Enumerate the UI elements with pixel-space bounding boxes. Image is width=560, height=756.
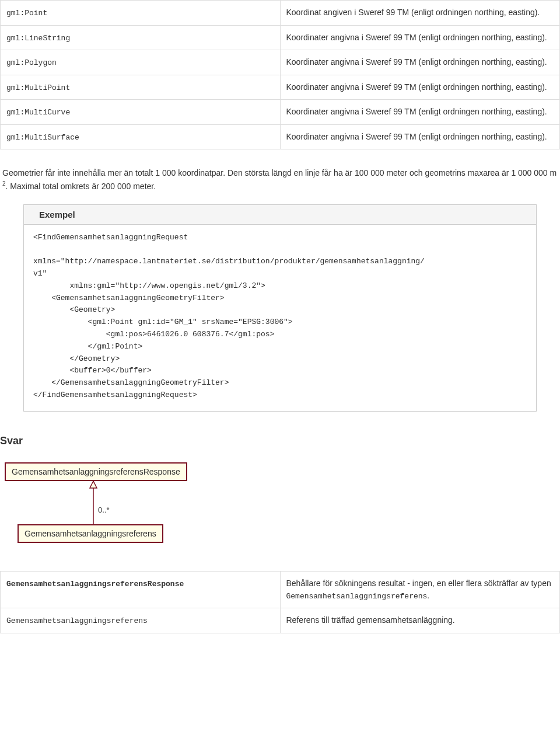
type-key: gml:MultiCurve xyxy=(6,108,70,117)
type-desc: Koordinater angivna i Sweref 99 TM (enli… xyxy=(286,107,547,116)
svar-heading: Svar xyxy=(0,435,560,447)
response-desc-prefix: Referens till träffad gemensamhetsanlägg… xyxy=(286,615,455,625)
table-row: gml:Polygon Koordinater angivna i Sweref… xyxy=(1,50,560,75)
uml-diagram: GemensamhetsanlaggningsreferensResponse … xyxy=(0,460,560,553)
response-key: Gemensamhetsanlaggningsreferens xyxy=(6,616,148,625)
example-header: Exempel xyxy=(24,205,536,225)
response-key: GemensamhetsanlaggningsreferensResponse xyxy=(6,580,184,588)
type-key: gml:LineString xyxy=(6,34,70,43)
svg-marker-1 xyxy=(90,481,97,488)
type-key: gml:Point xyxy=(6,9,47,18)
type-key: gml:MultiSurface xyxy=(6,133,79,142)
response-table: GemensamhetsanlaggningsreferensResponse … xyxy=(0,571,560,633)
para-text-2: . Maximal total omkrets är 200 000 meter… xyxy=(6,182,156,191)
uml-class-referens: Gemensamhetsanlaggningsreferens xyxy=(18,524,163,543)
type-desc: Koordinater angivna i Sweref 99 TM (enli… xyxy=(286,33,547,42)
table-row: gml:MultiCurve Koordinater angivna i Swe… xyxy=(1,100,560,125)
geometry-limits-paragraph: Geometrier får inte innehålla mer än tot… xyxy=(0,167,560,193)
table-row: GemensamhetsanlaggningsreferensResponse … xyxy=(1,571,560,608)
type-key: gml:MultiPoint xyxy=(6,83,70,92)
response-desc-code: Gemensamhetsanlaggningsreferens xyxy=(286,592,428,601)
example-title: Exempel xyxy=(31,210,529,220)
example-panel: Exempel <FindGemensamhetsanlaggningReque… xyxy=(23,204,537,412)
type-desc: Koordinater angivna i Sweref 99 TM (enli… xyxy=(286,82,547,92)
para-text-1: Geometrier får inte innehålla mer än tot… xyxy=(2,168,556,177)
table-row: gml:MultiSurface Koordinater angivna i S… xyxy=(1,124,560,149)
table-row: Gemensamhetsanlaggningsreferens Referens… xyxy=(1,608,560,633)
type-desc: Koordinater angivna i Sweref 99 TM (enli… xyxy=(286,132,547,141)
geometry-types-table: gml:Point Koordinat angiven i Sweref 99 … xyxy=(0,0,560,149)
type-key: gml:Polygon xyxy=(6,58,57,67)
type-desc: Koordinater angivna i Sweref 99 TM (enli… xyxy=(286,57,547,67)
table-row: gml:MultiPoint Koordinater angivna i Swe… xyxy=(1,75,560,100)
table-row: gml:LineString Koordinater angivna i Swe… xyxy=(1,25,560,50)
response-desc-prefix: Behållare för sökningens resultat - inge… xyxy=(286,579,551,588)
example-code: <FindGemensamhetsanlaggningRequest xmlns… xyxy=(33,232,527,402)
type-desc: Koordinat angiven i Sweref 99 TM (enligt… xyxy=(286,8,540,17)
table-row: gml:Point Koordinat angiven i Sweref 99 … xyxy=(1,1,560,26)
uml-multiplicity: 0..* xyxy=(98,506,110,514)
response-desc-suffix: . xyxy=(427,591,429,600)
